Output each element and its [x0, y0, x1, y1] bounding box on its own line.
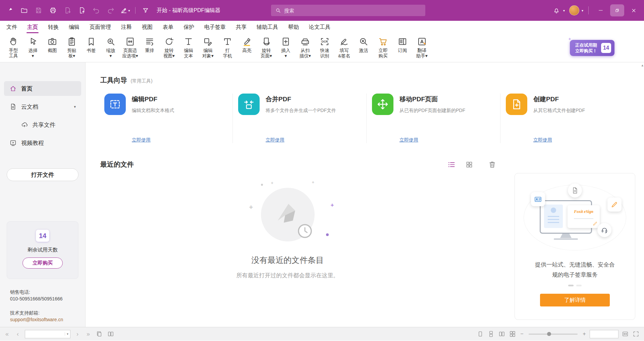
typewriter-button[interactable]: 打字机 [219, 36, 235, 59]
edit-text-button[interactable]: 编辑文本 [180, 36, 197, 59]
user-avatar[interactable] [569, 5, 579, 15]
sidebar-item-home[interactable]: 首页 [4, 81, 81, 96]
scrollbar-up-arrow[interactable]: ▴ [641, 63, 643, 67]
share-doc-button[interactable] [77, 6, 86, 15]
menu-item[interactable]: 共享 [231, 21, 252, 34]
fullscreen-button[interactable] [632, 330, 640, 338]
grid-view-button[interactable] [465, 161, 473, 169]
zoom-in-button[interactable]: + [582, 331, 587, 337]
bookmark-button[interactable]: 书签 [83, 36, 99, 53]
rotate-view-button[interactable]: 旋转视图▾ [161, 36, 177, 59]
save-file-button[interactable] [34, 6, 43, 15]
menu-item[interactable]: 保护 [178, 21, 199, 34]
menu-item[interactable]: 转换 [43, 21, 64, 34]
next-page-button[interactable]: › [74, 331, 81, 337]
close-button[interactable] [627, 4, 641, 16]
clear-recent-button[interactable] [488, 160, 496, 169]
fit-width-button[interactable] [621, 330, 629, 338]
zoom-level-input[interactable] [590, 330, 619, 338]
print-button[interactable] [49, 6, 57, 15]
page-dropdown-caret-icon[interactable]: ▾ [65, 332, 70, 336]
sidebar-item-video-tutorials[interactable]: 视频教程 [4, 135, 81, 150]
zoom-slider-thumb[interactable] [547, 332, 551, 336]
open-file-button[interactable] [20, 6, 29, 15]
layout-facing-button[interactable] [498, 330, 506, 338]
zoom-slider[interactable] [529, 334, 578, 335]
select-button[interactable]: 选择▾ [25, 36, 41, 59]
page-fit-options-button[interactable]: 页面适应选项▾ [122, 36, 138, 59]
from-scanner-button[interactable]: 从扫描仪▾ [297, 36, 313, 59]
tool-card-create-pdf[interactable]: 创建PDF从其它格式文件创建PDF立即使用 [500, 94, 634, 143]
activate-button[interactable]: 激活 [356, 36, 372, 53]
menu-item[interactable]: 论文工具 [304, 21, 335, 34]
menu-item[interactable]: 主页 [22, 21, 43, 34]
quick-ocr-button[interactable]: OCR快速识别 [317, 36, 333, 59]
menu-item[interactable]: 电子签章 [199, 21, 231, 34]
fill-sign-button[interactable]: 填写&签名 [336, 36, 352, 59]
zoom-button[interactable]: 缩放▾ [103, 36, 119, 59]
page-number-input[interactable] [25, 332, 65, 337]
chevron-down-icon[interactable]: ▾ [74, 105, 76, 109]
snapshot-page-button[interactable] [95, 330, 103, 338]
account-caret-icon[interactable]: ▾ [582, 9, 583, 12]
zoom-out-button[interactable]: − [519, 331, 525, 337]
subscribe-button[interactable]: 订阅 [394, 36, 411, 53]
menu-item[interactable]: 注释 [116, 21, 137, 34]
highlight-button[interactable]: 高亮 [239, 36, 255, 53]
menu-item[interactable]: 页面管理 [85, 21, 116, 34]
use-now-link[interactable]: 立即使用 [266, 137, 284, 143]
menu-item[interactable]: 编辑 [64, 21, 85, 34]
snapshot-button[interactable]: 截图 [44, 36, 60, 53]
undo-button[interactable] [92, 6, 101, 15]
restore-button[interactable] [610, 4, 624, 16]
last-page-button[interactable]: » [85, 331, 92, 337]
app-logo-button[interactable] [5, 6, 14, 15]
notifications-button[interactable] [552, 6, 561, 15]
esign-illustration: Foxit eSign [515, 173, 635, 258]
minimize-button[interactable] [594, 4, 608, 16]
insert-pages-button[interactable]: 插入▾ [278, 36, 294, 59]
menu-item[interactable]: 文件 [1, 21, 22, 34]
previous-page-button[interactable]: ‹ [14, 331, 21, 337]
carousel-dot-2[interactable] [576, 285, 582, 286]
menu-item[interactable]: 表单 [158, 21, 178, 34]
translate-assistant-button[interactable]: 翻译助手▾ [414, 36, 430, 59]
notifications-caret-icon[interactable]: ▾ [563, 9, 565, 12]
reflow-button[interactable]: 重排 [142, 36, 158, 53]
search-input[interactable] [284, 8, 421, 13]
open-file-button[interactable]: 打开文件 [7, 168, 78, 181]
search-bar[interactable] [271, 5, 425, 16]
carousel-dot-1[interactable] [568, 285, 574, 286]
hand-tool-button[interactable]: 手型工具 [5, 36, 21, 59]
trial-purchase-badge[interactable]: ✦ 正在试用期 立即购买！ 14 [570, 40, 614, 56]
menu-item[interactable]: 辅助工具 [252, 21, 283, 34]
sidebar-item-cloud-docs[interactable]: 云文档▾ [4, 99, 81, 114]
layout-single-button[interactable] [476, 330, 484, 338]
learn-more-button[interactable]: 了解详情 [540, 294, 610, 306]
sidebar-item-shared-files[interactable]: 共享文件 [15, 117, 81, 132]
edit-object-button[interactable]: 编辑对象▾ [200, 36, 216, 59]
tool-card-move-pdf[interactable]: 移动PDF页面从已有的PDF页面创建新的PDF立即使用 [366, 94, 500, 143]
tool-card-edit-pdf[interactable]: 编辑PDF编辑文档和文本格式立即使用 [100, 94, 232, 143]
support-email-link[interactable]: support@foxitsoftware.cn [10, 316, 63, 323]
use-now-link[interactable]: 立即使用 [399, 137, 418, 143]
export-doc-button[interactable] [63, 6, 72, 15]
rotate-pages-button[interactable]: 旋转页面▾ [258, 36, 274, 59]
menu-item[interactable]: 视图 [137, 21, 158, 34]
facing-page-button[interactable] [107, 330, 115, 338]
clipboard-button[interactable]: 剪贴板▾ [64, 36, 80, 59]
collapse-toolbar-button[interactable] [141, 6, 150, 15]
layout-continuous-button[interactable] [487, 330, 495, 338]
redo-button[interactable] [106, 6, 115, 15]
use-now-link[interactable]: 立即使用 [132, 137, 151, 143]
quick-sign-button[interactable]: ▾ [121, 6, 129, 15]
list-view-button[interactable] [447, 160, 456, 169]
tool-card-merge-pdf[interactable]: 合并PDF将多个文件合并生成一个PDF文件立即使用 [232, 94, 366, 143]
layout-book-button[interactable] [508, 330, 517, 338]
use-now-link[interactable]: 立即使用 [533, 137, 552, 143]
sidebar-buy-now-button[interactable]: 立即购买 [22, 258, 63, 269]
buy-now-button[interactable]: 立即购买 [375, 36, 391, 59]
menu-item[interactable]: 帮助 [283, 21, 304, 34]
first-page-button[interactable]: « [3, 331, 11, 337]
card-title: 移动PDF页面 [399, 95, 465, 104]
